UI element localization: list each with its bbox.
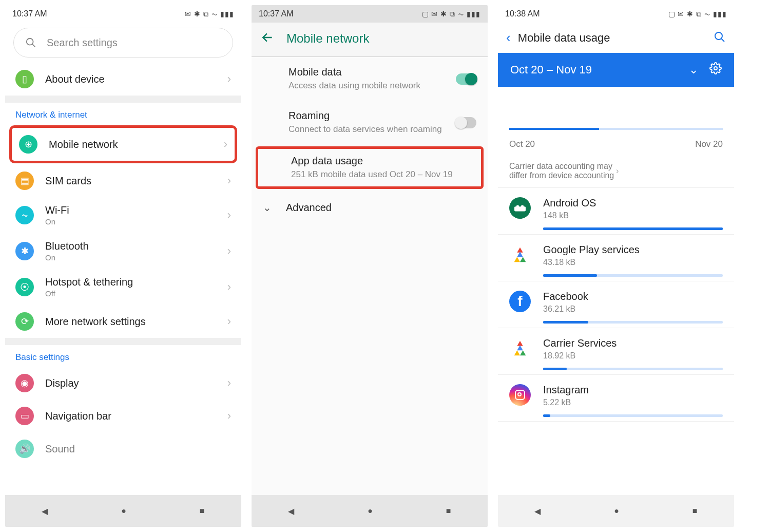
label: Mobile data: [288, 66, 456, 78]
app-row-android-os[interactable]: Android OS148 kB: [498, 188, 734, 235]
search-placeholder: Search settings: [47, 37, 118, 49]
usage-bar: [543, 274, 723, 277]
section-header-network: Network & internet: [5, 103, 241, 124]
row-advanced[interactable]: ⌄ Advanced: [252, 191, 488, 224]
usage-bar: [543, 414, 723, 417]
section-header-basic: Basic settings: [5, 345, 241, 367]
app-row-instagram[interactable]: Instagram5.22 kB: [498, 375, 734, 422]
app-size: 36.21 kB: [543, 305, 723, 314]
app-row-facebook[interactable]: fFacebook36.21 kB: [498, 281, 734, 328]
row-navigation-bar[interactable]: ▭ Navigation bar ›: [5, 400, 241, 432]
nav-back-icon[interactable]: ◀: [288, 506, 294, 516]
clock: 10:37 AM: [12, 9, 47, 18]
search-icon: [25, 37, 36, 48]
toggle-roaming[interactable]: [456, 117, 476, 128]
row-sim-cards[interactable]: ▤ SIM cards ›: [5, 164, 241, 197]
system-nav-bar: ◀ ● ■: [5, 495, 241, 527]
chevron-right-icon: ›: [227, 174, 231, 187]
status-bar: 10:37 AM ▢ ✉ ✱ ⧉ ⏦ ▮▮▮: [252, 5, 488, 23]
nav-home-icon[interactable]: ●: [614, 506, 619, 516]
app-icon: [509, 244, 531, 265]
status-icons: ✉ ✱ ⧉ ⏦ ▮▮▮: [185, 10, 234, 18]
hotspot-icon: ⦿: [15, 278, 34, 296]
svg-line-4: [721, 39, 724, 42]
label: Bluetooth: [45, 240, 227, 252]
sim-icon: ▤: [15, 172, 34, 190]
back-arrow-icon[interactable]: [261, 31, 274, 46]
device-icon: ▯: [15, 70, 34, 88]
carrier-note-row[interactable]: Carrier data accounting may differ from …: [498, 155, 734, 188]
row-hotspot[interactable]: ⦿ Hotspot & tetheringOff ›: [5, 269, 241, 305]
period-label: Oct 20 – Nov 19: [510, 63, 689, 77]
chevron-right-icon: ›: [227, 208, 231, 222]
nav-home-icon[interactable]: ●: [368, 506, 373, 516]
row-about-device[interactable]: ▯ About device ›: [5, 63, 241, 96]
gear-icon[interactable]: [709, 62, 722, 78]
chevron-right-icon: ›: [224, 138, 227, 151]
page-title: Mobile data usage: [518, 31, 714, 45]
row-roaming[interactable]: Roaming Connect to data services when ro…: [252, 101, 488, 144]
app-size: 18.92 kB: [543, 351, 723, 360]
wifi-icon: ⏦: [15, 206, 34, 224]
label: App data usage: [291, 155, 473, 167]
navbar-icon: ▭: [15, 407, 34, 425]
search-icon[interactable]: [714, 31, 726, 45]
label: Advanced: [286, 202, 332, 214]
row-sound[interactable]: 🔊 Sound: [5, 432, 241, 465]
highlight-app-data-usage: App data usage 251 kB mobile data used O…: [256, 146, 484, 189]
system-nav-bar: ◀ ● ■: [498, 495, 734, 527]
status-icons: ▢ ✉ ✱ ⧉ ⏦ ▮▮▮: [422, 10, 480, 18]
row-mobile-data[interactable]: Mobile data Access data using mobile net…: [252, 57, 488, 101]
sound-icon: 🔊: [15, 440, 34, 458]
app-name: Android OS: [543, 197, 723, 209]
app-size: 5.22 kB: [543, 398, 723, 407]
label: Navigation bar: [45, 410, 227, 422]
label: Sound: [45, 443, 231, 455]
nav-back-icon[interactable]: ◀: [534, 506, 541, 516]
nav-back-icon[interactable]: ◀: [42, 506, 48, 516]
row-mobile-network[interactable]: ⊕ Mobile network ›: [12, 128, 235, 161]
back-chevron-icon[interactable]: ‹: [506, 30, 511, 46]
svg-point-3: [715, 32, 722, 40]
app-row-google-play-services[interactable]: Google Play services43.18 kB: [498, 235, 734, 281]
clock: 10:37 AM: [259, 9, 294, 18]
period-selector[interactable]: Oct 20 – Nov 19 ⌄: [498, 53, 734, 87]
system-nav-bar: ◀ ● ■: [252, 495, 488, 527]
carrier-note: Carrier data accounting may differ from …: [509, 162, 616, 180]
label: Hotspot & tethering: [45, 276, 227, 288]
row-display[interactable]: ◉ Display ›: [5, 367, 241, 400]
page-title: Mobile network: [286, 31, 369, 46]
svg-point-8: [521, 205, 524, 208]
usage-bar: [543, 227, 723, 230]
sublabel: On: [45, 217, 227, 226]
chevron-right-icon: ›: [227, 72, 231, 86]
row-bluetooth[interactable]: ✱ BluetoothOn ›: [5, 233, 241, 269]
nav-recents-icon[interactable]: ■: [446, 506, 451, 516]
phone-mobile-network: 10:37 AM ▢ ✉ ✱ ⧉ ⏦ ▮▮▮ Mobile network Mo…: [252, 5, 488, 527]
usage-bar: [543, 368, 723, 370]
bluetooth-icon: ✱: [15, 242, 34, 260]
nav-home-icon[interactable]: ●: [121, 506, 126, 516]
more-icon: ⟳: [15, 312, 34, 331]
sublabel: Access data using mobile network: [288, 80, 456, 91]
app-icon: f: [509, 291, 531, 312]
nav-recents-icon[interactable]: ■: [692, 506, 698, 516]
divider: [5, 338, 241, 345]
usage-timeline: Oct 20 Nov 20: [498, 87, 734, 155]
app-row-carrier-services[interactable]: Carrier Services18.92 kB: [498, 328, 734, 375]
row-wifi[interactable]: ⏦ Wi-FiOn ›: [5, 197, 241, 233]
globe-icon: ⊕: [19, 135, 37, 154]
search-input[interactable]: Search settings: [13, 28, 233, 58]
label: Mobile network: [49, 139, 224, 150]
label: More network settings: [45, 316, 227, 328]
toggle-mobile-data[interactable]: [456, 73, 476, 85]
sublabel: On: [45, 253, 227, 262]
svg-line-1: [32, 44, 35, 47]
svg-point-7: [516, 205, 519, 208]
chevron-right-icon: ›: [227, 409, 231, 423]
chevron-right-icon: ›: [616, 166, 723, 176]
row-more-network[interactable]: ⟳ More network settings ›: [5, 305, 241, 338]
nav-recents-icon[interactable]: ■: [200, 506, 205, 516]
chevron-right-icon: ›: [227, 315, 231, 328]
row-app-data-usage[interactable]: App data usage 251 kB mobile data used O…: [258, 149, 481, 186]
